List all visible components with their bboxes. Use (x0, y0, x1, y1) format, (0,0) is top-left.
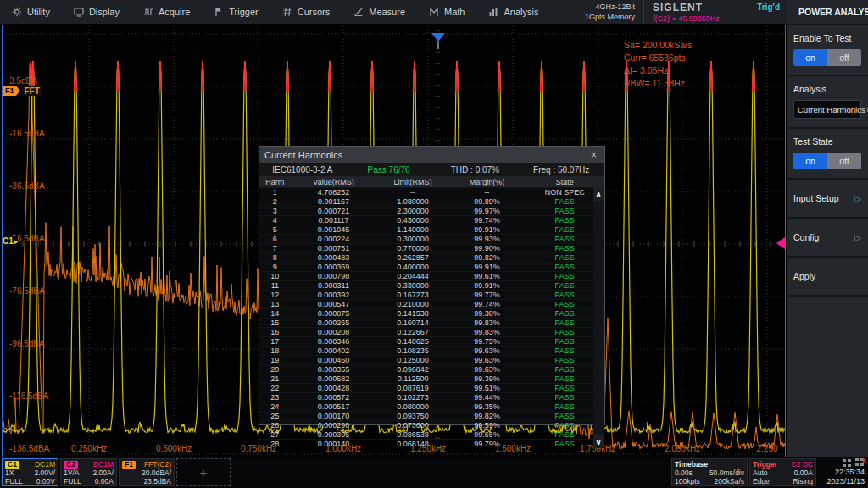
harmonic-row: 220.0004280.08761999.51%PASS (259, 383, 604, 392)
spec-memory: 1Gpts Memory (585, 12, 635, 22)
harmonic-row: 180.0004020.10823599.63%PASS (259, 346, 604, 355)
menu-item-utility[interactable]: Utility (0, 0, 62, 24)
harmonic-row: 250.0001700.09375099.82%PASS (259, 411, 604, 420)
thd-value: THD : 0.07% (432, 165, 519, 175)
apply-button[interactable]: Apply (787, 258, 868, 297)
menu-item-math[interactable]: Math (417, 0, 476, 24)
timebase-box[interactable]: Timebase 0.00s50.0ms/div 100kpts200kSa/s (671, 458, 748, 486)
db-axis-label: -136.5dBA (9, 444, 49, 453)
status-bar: C1DC1M 1X2.00V/ FULL0.00V C2DC1M 1V/A2.0… (0, 458, 868, 488)
cursors-icon (282, 7, 292, 17)
scroll-down-icon[interactable]: ∨ (593, 435, 604, 448)
c1-bandwidth: FULL (5, 477, 23, 485)
spec-bandwidth: 4GHz-12Bit (585, 2, 635, 12)
scroll-up-icon[interactable]: ∧ (593, 187, 604, 201)
c1-coupling: DC1M (35, 460, 55, 469)
scope-spec: 4GHz-12Bit 1Gpts Memory (576, 0, 644, 24)
input-setup-button[interactable]: Input Setup ▷ (787, 180, 868, 219)
c1-channel-marker[interactable]: C1 ▸ (3, 236, 18, 246)
config-button[interactable]: Config ▷ (787, 219, 868, 258)
freq-axis-label: 0.500kHz (156, 444, 192, 453)
harmonic-row: 200.0003550.09684299.63%PASS (259, 364, 604, 374)
test-state-off-button[interactable]: off (827, 152, 861, 169)
clock-date: 2023/11/13 (821, 477, 865, 486)
c2-attenuation: 1V/A (64, 469, 79, 477)
harmonic-row: 40.0011170.43000099.74%PASS (259, 215, 604, 225)
spike-tip (244, 62, 247, 92)
trigger-box[interactable]: TriggerC2 DC Auto0.00A EdgeRising (749, 458, 816, 486)
test-state-toggle[interactable]: on off (793, 152, 861, 169)
acquire-icon (143, 7, 153, 17)
analysis-icon (488, 7, 498, 17)
harmonic-row: 130.0005470.21000099.74%PASS (259, 299, 604, 308)
trigger-level: 0.00A (794, 469, 813, 477)
timebase-points: 100kpts (675, 477, 700, 485)
column-header: Margin(%) (449, 178, 526, 186)
frequency-counter: f(C2) = 49.99959Hz (653, 14, 780, 23)
timebase-label: Timebase (675, 460, 708, 469)
harmonic-row: 160.0002080.12266799.83%PASS (259, 327, 604, 336)
table-header-row: HarmValue(RMS)Limit(RMS)Margin(%)State (259, 176, 604, 187)
spike-tip (541, 62, 543, 92)
menu-item-display[interactable]: Display (62, 0, 131, 24)
enable-to-test-label: Enable To Test (793, 33, 861, 43)
harmonic-row: 150.0002650.16071499.83%PASS (259, 318, 604, 327)
harmonic-row: 30.0007212.30000099.97%PASS (259, 206, 604, 215)
timebase-scale: 50.0ms/div (709, 469, 744, 477)
trigger-level-marker[interactable] (776, 237, 785, 249)
flag-icon (214, 7, 224, 17)
harmonic-row: 60.0002240.30000099.93%PASS (259, 234, 604, 243)
db-axis-label: -96.5dBA (9, 339, 45, 348)
trigger-position-marker[interactable] (431, 33, 445, 42)
column-header: State (525, 178, 604, 186)
column-header: Value(RMS) (291, 178, 377, 186)
harmonic-row: 170.0003460.14062599.75%PASS (259, 336, 604, 346)
spike-tip (414, 62, 416, 92)
menu-item-analysis[interactable]: Analysis (476, 0, 550, 24)
enable-on-button[interactable]: on (793, 49, 827, 66)
timebase-samplerate: 200kSa/s (715, 477, 744, 485)
channel2-box[interactable]: C2DC1M 1V/A2.00A/ FULL0.00A (60, 458, 117, 486)
dialog-title: Current Harmonics (264, 150, 342, 160)
harmonic-row: 50.0010451.14000099.91%PASS (259, 225, 604, 234)
power-analysis-panel: POWER ANALYSIS Enable To Test on off Ana… (787, 0, 868, 458)
harmonic-row: 20.0011671.08000099.89%PASS (259, 197, 604, 206)
f1-channel-marker[interactable]: F1 FFT (3, 86, 42, 96)
f1-badge: F1 (122, 461, 136, 469)
analysis-dropdown-value: Current Harmonics (798, 105, 865, 114)
enable-to-test-toggle[interactable]: on off (793, 49, 861, 66)
db-axis-label: -36.5dBA (9, 181, 45, 191)
menu-item-cursors[interactable]: Cursors (270, 0, 342, 24)
harmonic-row: 110.0003110.33000099.91%PASS (259, 280, 604, 290)
dialog-titlebar[interactable]: Current Harmonics × (259, 147, 604, 163)
menu-item-trigger[interactable]: Trigger (202, 0, 270, 24)
test-state-label: Test State (793, 136, 861, 147)
submenu-arrow-icon: ▷ (854, 194, 861, 203)
harmonic-row: 270.0003050.08653899.65%PASS (259, 430, 604, 439)
c1-attenuation: 1X (5, 469, 14, 477)
f1-source: FFT(C2) (144, 460, 171, 469)
pass-result: Pass 76/76 (346, 165, 432, 175)
test-state-on-button[interactable]: on (793, 152, 827, 169)
harmonic-row: 70.0007510.77000099.90%PASS (259, 243, 604, 252)
c1-badge: C1 (5, 461, 19, 469)
display-icon (74, 7, 84, 17)
close-icon[interactable]: × (587, 149, 599, 160)
channel1-box[interactable]: C1DC1M 1X2.00V/ FULL0.00V (2, 458, 58, 486)
menu-bar: UtilityDisplayAcquireTriggerCursorsMeasu… (0, 0, 787, 24)
f1-badge: F1 (3, 86, 20, 96)
acq-info-line: Δf= 3.05Hz (624, 64, 692, 77)
spike-tip (583, 62, 586, 92)
menu-item-measure[interactable]: Measure (342, 0, 417, 24)
clock-time: 22:35:34 (821, 468, 865, 477)
function1-box[interactable]: F1FFT(C2) 20.0dBA/ 23.5dBA (119, 458, 175, 486)
enable-off-button[interactable]: off (827, 49, 861, 66)
analysis-dropdown[interactable]: Current Harmonics ∨ (793, 100, 861, 119)
add-channel-button[interactable]: + (176, 458, 231, 486)
datetime-box: x 22:35:34 2023/11/13 (818, 458, 867, 486)
menu-item-acquire[interactable]: Acquire (131, 0, 202, 24)
standard-label: IEC61000-3-2 A (259, 165, 346, 175)
harmonic-row: 190.0004600.12500099.63%PASS (259, 355, 604, 364)
harmonic-row: 280.0001400.06814899.79%PASS (259, 439, 604, 448)
table-scrollbar[interactable]: ∧ ∨ (593, 187, 604, 448)
